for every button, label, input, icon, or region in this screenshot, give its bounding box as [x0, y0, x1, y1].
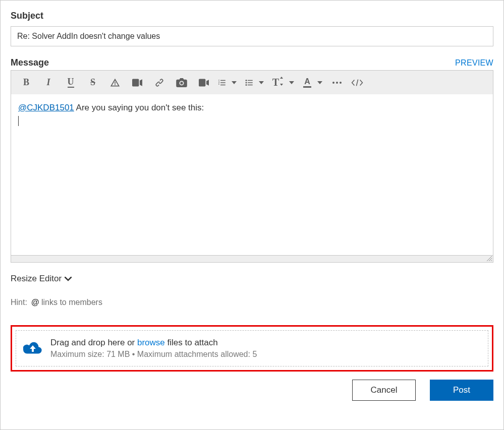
resize-editor-toggle[interactable]: Resize Editor: [11, 274, 72, 284]
attachment-dropzone[interactable]: Drag and drop here or browse files to at…: [16, 330, 488, 366]
editor-toolbar: B I U S T: [11, 70, 493, 94]
upload-cloud-icon: [23, 341, 42, 356]
svg-rect-0: [199, 79, 205, 86]
resize-grip-icon: [486, 255, 492, 261]
message-editor[interactable]: @CJKDB1501 Are you saying you don't see …: [11, 94, 493, 256]
reply-form: Subject Message PREVIEW B I U S: [0, 0, 504, 430]
insert-photo-button[interactable]: [171, 71, 193, 95]
font-color-dropdown[interactable]: [315, 81, 325, 84]
underline-button[interactable]: U: [60, 71, 82, 95]
subject-input[interactable]: [11, 26, 493, 46]
unordered-list-icon: [245, 78, 254, 87]
attachment-highlight-box: Drag and drop here or browse files to at…: [11, 325, 493, 372]
hint-text: links to members: [41, 298, 102, 306]
warning-triangle-icon: [110, 78, 120, 88]
chevron-down-icon: [65, 277, 72, 281]
hint-at-symbol: @: [31, 298, 39, 306]
italic-button[interactable]: I: [37, 71, 60, 95]
editor-line-1: @CJKDB1501 Are you saying you don't see …: [18, 101, 486, 114]
hint-row: Hint: @ links to members: [11, 298, 493, 307]
insert-video-alt-button[interactable]: [193, 71, 215, 95]
more-options-button[interactable]: [328, 71, 346, 95]
code-button[interactable]: [346, 71, 368, 95]
chevron-down-icon: [232, 81, 237, 84]
code-icon: [351, 79, 363, 87]
svg-point-8: [336, 82, 338, 84]
svg-rect-5: [248, 82, 253, 83]
message-label: Message: [11, 57, 49, 68]
ordered-list-button[interactable]: [215, 71, 229, 95]
svg-point-3: [246, 84, 247, 86]
svg-point-7: [332, 82, 334, 84]
ellipsis-icon: [332, 81, 342, 84]
video-camera-icon: [132, 79, 142, 87]
link-icon: [154, 78, 164, 88]
camera-icon: [176, 78, 187, 87]
insert-video-button[interactable]: [126, 71, 148, 95]
browse-link[interactable]: browse: [137, 338, 165, 347]
footer-buttons: Cancel Post: [11, 380, 493, 401]
attach-main-text: Drag and drop here or browse files to at…: [50, 338, 257, 348]
strikethrough-button[interactable]: S: [82, 71, 104, 95]
unordered-list-button[interactable]: [242, 71, 256, 95]
video-solid-icon: [199, 79, 209, 87]
chevron-down-icon: [317, 81, 322, 84]
svg-point-9: [340, 82, 342, 84]
resize-editor-label: Resize Editor: [11, 274, 62, 284]
updown-arrows-icon: [279, 77, 284, 86]
editor-resize-bar[interactable]: [11, 256, 493, 263]
chevron-down-icon: [259, 81, 264, 84]
chevron-down-icon: [289, 81, 294, 84]
font-color-button[interactable]: A: [300, 71, 315, 95]
hint-prefix: Hint:: [11, 298, 27, 307]
post-button[interactable]: Post: [430, 380, 493, 401]
bold-button[interactable]: B: [15, 71, 37, 95]
svg-point-2: [246, 82, 247, 83]
preview-link[interactable]: PREVIEW: [455, 58, 493, 68]
subject-label: Subject: [11, 11, 493, 21]
svg-rect-6: [248, 84, 253, 85]
svg-rect-4: [248, 80, 253, 81]
spoiler-button[interactable]: [104, 71, 126, 95]
cancel-button[interactable]: Cancel: [352, 380, 416, 401]
font-size-dropdown[interactable]: [287, 81, 297, 84]
editor-text: Are you saying you don't see this:: [74, 103, 204, 112]
font-size-button[interactable]: T: [269, 71, 287, 95]
mention-link[interactable]: @CJKDB1501: [18, 103, 74, 112]
ordered-list-icon: [217, 78, 227, 87]
insert-link-button[interactable]: [148, 71, 171, 95]
attach-meta-text: Maximum size: 71 MB • Maximum attachment…: [50, 350, 257, 359]
ordered-list-dropdown[interactable]: [229, 81, 239, 84]
editor-cursor-line: [18, 114, 486, 128]
svg-point-1: [246, 80, 247, 81]
unordered-list-dropdown[interactable]: [256, 81, 266, 84]
